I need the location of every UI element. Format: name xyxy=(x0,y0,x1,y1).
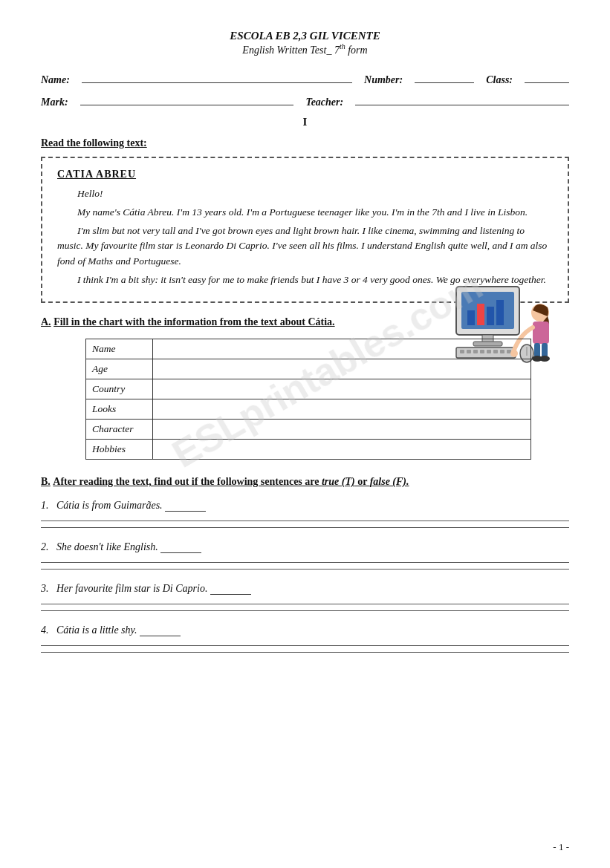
reading-para2: My name's Cátia Abreu. I'm 13 years old.… xyxy=(57,205,553,221)
answer-blank[interactable] xyxy=(165,500,206,512)
question-text: 1. Cátia is from Guimarães. xyxy=(41,500,569,512)
chart-row: Character xyxy=(86,420,531,440)
reading-text: Hello! My name's Cátia Abreu. I'm 13 yea… xyxy=(57,186,553,289)
header: ESCOLA EB 2,3 GIL VICENTE English Writte… xyxy=(41,30,569,56)
teacher-label: Teacher: xyxy=(305,97,343,108)
answer-blank[interactable] xyxy=(210,583,251,595)
mark-line xyxy=(80,92,294,105)
form-row-2: Mark: Teacher: xyxy=(41,92,569,108)
chart-prefix: A. xyxy=(41,316,51,327)
chart-row: Country xyxy=(86,379,531,399)
chart-row-label: Character xyxy=(86,420,153,440)
chart-row-value[interactable] xyxy=(152,359,530,379)
chart-row: Hobbies xyxy=(86,440,531,460)
answer-line xyxy=(41,604,569,604)
reading-para3: I'm slim but not very tall and I've got … xyxy=(57,223,553,270)
reading-box: CATIA ABREU Hello! My name's Cátia Abreu… xyxy=(41,157,569,304)
chart-row-label: Country xyxy=(86,379,153,399)
answer-line xyxy=(41,645,569,646)
question-text: 3. Her favourite film star is Di Caprio. xyxy=(41,583,569,595)
section-b-title: B. After reading the text, find out if t… xyxy=(41,476,569,488)
chart-row-value[interactable] xyxy=(152,399,530,420)
chart-row-value[interactable] xyxy=(152,379,530,399)
chart-row-label: Name xyxy=(86,339,153,359)
question-item: 4. Cátia is a little shy. xyxy=(41,624,569,653)
chart-row-value[interactable] xyxy=(152,420,530,440)
test-title: English Written Test_ 7th form xyxy=(41,42,569,56)
question-item: 1. Cátia is from Guimarães. xyxy=(41,500,569,528)
answer-line2 xyxy=(41,652,569,653)
question-number: 4. xyxy=(41,624,49,636)
chart-row-label: Age xyxy=(86,359,153,379)
read-instruction: Read the following text: xyxy=(41,137,569,149)
chart-row: Name xyxy=(86,339,531,359)
chart-row: Age xyxy=(86,359,531,379)
section-b-prefix: B. xyxy=(41,476,51,487)
form-row-1: Name: Number: Class: xyxy=(41,70,569,86)
true-part: true (T) xyxy=(322,476,355,487)
class-line xyxy=(525,70,569,83)
class-label: Class: xyxy=(486,74,513,86)
reading-title: CATIA ABREU xyxy=(57,169,553,180)
answer-line xyxy=(41,562,569,563)
answer-blank[interactable] xyxy=(160,541,201,553)
answer-blank[interactable] xyxy=(140,624,181,636)
section-b-instruction: After reading the text, find out if the … xyxy=(53,476,322,487)
number-label: Number: xyxy=(364,74,403,86)
chart-row: Looks xyxy=(86,399,531,420)
section-divider: I xyxy=(41,116,569,128)
question-text: 4. Cátia is a little shy. xyxy=(41,624,569,636)
chart-row-value[interactable] xyxy=(152,440,530,460)
info-chart: NameAgeCountryLooksCharacterHobbies xyxy=(85,339,531,460)
chart-row-label: Looks xyxy=(86,399,153,420)
form-fields: Name: Number: Class: Mark: Teacher: xyxy=(41,70,569,108)
chart-instruction: A. Fill in the chart with the informatio… xyxy=(41,316,569,328)
mark-label: Mark: xyxy=(41,97,68,108)
false-part: false (F). xyxy=(370,476,409,487)
questions-container: 1. Cátia is from Guimarães. 2. She doesn… xyxy=(41,500,569,653)
question-number: 1. xyxy=(41,500,49,511)
chart-row-label: Hobbies xyxy=(86,440,153,460)
question-item: 2. She doesn't like English. xyxy=(41,541,569,570)
name-line xyxy=(82,70,352,83)
answer-line2 xyxy=(41,569,569,570)
page-number: - 1 - xyxy=(553,841,569,853)
question-number: 2. xyxy=(41,541,49,552)
teacher-line xyxy=(355,92,569,105)
chart-section: A. Fill in the chart with the informatio… xyxy=(41,316,569,460)
or-part: or xyxy=(355,476,370,487)
chart-row-value[interactable] xyxy=(152,339,530,359)
question-text: 2. She doesn't like English. xyxy=(41,541,569,553)
number-line xyxy=(415,70,474,83)
section-b: B. After reading the text, find out if t… xyxy=(41,476,569,653)
reading-para1: Hello! xyxy=(57,186,553,202)
school-name: ESCOLA EB 2,3 GIL VICENTE xyxy=(41,30,569,42)
name-label: Name: xyxy=(41,74,70,86)
chart-main: Fill in the chart with the information f… xyxy=(53,316,334,327)
answer-line2 xyxy=(41,527,569,528)
answer-line xyxy=(41,521,569,521)
question-number: 3. xyxy=(41,583,49,594)
answer-line2 xyxy=(41,610,569,611)
question-item: 3. Her favourite film star is Di Caprio. xyxy=(41,583,569,611)
